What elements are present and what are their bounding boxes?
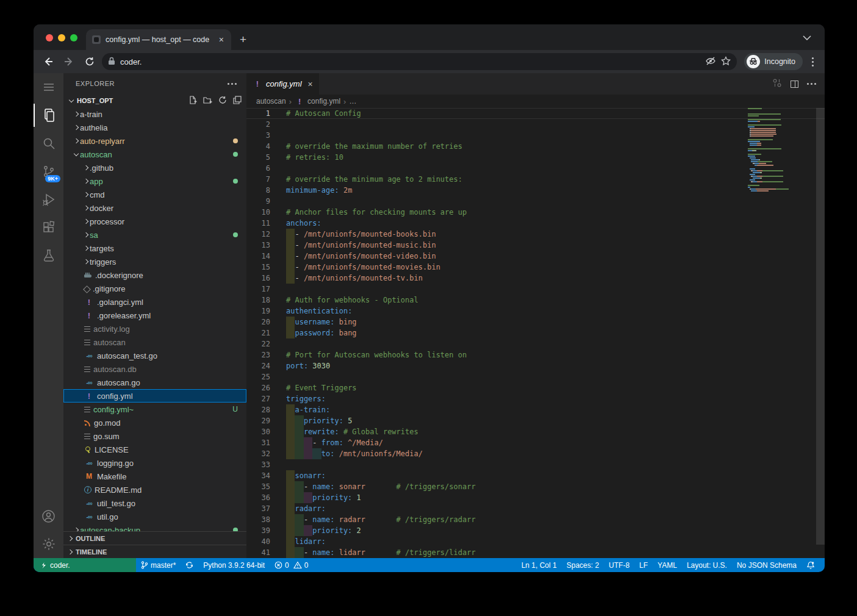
forward-button[interactable] — [60, 53, 77, 70]
code-line-11[interactable]: 11anchors: — [246, 218, 825, 229]
code-line-25[interactable]: 25 — [246, 371, 825, 382]
tree-item-util-go[interactable]: util.go — [63, 510, 246, 523]
tree-item-auto-replyarr[interactable]: auto-replyarr — [63, 134, 246, 148]
minimize-window-button[interactable] — [58, 34, 65, 41]
tree-item-processor[interactable]: processor — [63, 215, 246, 228]
tree-item-authelia[interactable]: authelia — [63, 121, 246, 134]
bookmark-star-icon[interactable] — [721, 56, 731, 68]
code-line-9[interactable]: 9 — [246, 196, 825, 207]
git-branch-status[interactable]: master* — [136, 561, 181, 570]
code-line-16[interactable]: 16- /mnt/unionfs/mounted-tv.bin — [246, 273, 825, 284]
code-line-37[interactable]: 37radarr: — [246, 503, 825, 514]
reload-button[interactable] — [81, 53, 98, 70]
tree-item-app[interactable]: app — [63, 174, 246, 188]
cursor-position-status[interactable]: Ln 1, Col 1 — [517, 561, 562, 570]
code-line-40[interactable]: 40lidarr: — [246, 536, 825, 547]
workspace-root-header[interactable]: HOST_OPT — [63, 94, 246, 107]
tab-search-chevron-icon[interactable] — [803, 32, 811, 43]
address-bar[interactable]: coder. — [102, 53, 737, 70]
json-schema-status[interactable]: No JSON Schema — [732, 561, 801, 570]
tree-item-go-mod[interactable]: go.mod — [63, 416, 246, 429]
tree-item--github[interactable]: .github — [63, 161, 246, 174]
timeline-section-header[interactable]: TIMELINE — [63, 545, 246, 558]
tree-item-a-train[interactable]: a-train — [63, 107, 246, 121]
tree-item--gitignore[interactable]: .gitignore — [63, 282, 246, 295]
settings-gear-button[interactable] — [34, 530, 63, 558]
close-window-button[interactable] — [46, 34, 53, 41]
tree-item-autoscan-test-go[interactable]: autoscan_test.go — [63, 349, 246, 362]
code-line-13[interactable]: 13- /mnt/unionfs/mounted-music.bin — [246, 240, 825, 251]
code-line-29[interactable]: 29priority: 5 — [246, 415, 825, 426]
tree-item-autoscan[interactable]: autoscan — [63, 335, 246, 349]
split-editor-button[interactable] — [791, 81, 798, 88]
search-view-button[interactable] — [34, 129, 63, 157]
new-folder-button[interactable] — [203, 96, 212, 106]
tree-item-targets[interactable]: targets — [63, 242, 246, 255]
code-line-23[interactable]: 23# Port for Autoscan webhooks to listen… — [246, 349, 825, 360]
code-line-10[interactable]: 10# Anchor files for checking mounts are… — [246, 207, 825, 218]
code-line-15[interactable]: 15- /mnt/unionfs/mounted-movies.bin — [246, 262, 825, 273]
code-line-7[interactable]: 7# override the minimum age to 2 minutes… — [246, 174, 825, 185]
url-text[interactable]: coder. — [120, 57, 700, 66]
testing-view-button[interactable] — [34, 242, 63, 270]
run-debug-view-button[interactable] — [34, 185, 63, 213]
tree-item--golangci-yml[interactable]: .golangci.yml — [63, 295, 246, 309]
eye-blocked-icon[interactable] — [705, 56, 716, 68]
code-line-17[interactable]: 17 — [246, 284, 825, 295]
code-line-12[interactable]: 12- /mnt/unionfs/mounted-books.bin — [246, 229, 825, 240]
tree-item-docker[interactable]: docker — [63, 201, 246, 215]
tree-item-license[interactable]: LICENSE — [63, 443, 246, 456]
code-line-28[interactable]: 28a-train: — [246, 404, 825, 415]
tree-item-cmd[interactable]: cmd — [63, 188, 246, 201]
breadcrumb-file[interactable]: config.yml — [307, 97, 340, 106]
tab-close-icon[interactable]: × — [218, 35, 225, 45]
code-line-2[interactable]: 2 — [246, 119, 825, 130]
explorer-more-actions-button[interactable] — [228, 83, 237, 85]
editor-scrollbar[interactable] — [816, 108, 825, 545]
language-mode-status[interactable]: YAML — [653, 561, 682, 570]
tree-item-config-yml[interactable]: config.yml — [63, 389, 246, 403]
tree-item-go-sum[interactable]: go.sum — [63, 429, 246, 443]
collapse-folders-button[interactable] — [233, 96, 242, 106]
code-line-35[interactable]: 35- name: sonarr # /triggers/sonarr — [246, 481, 825, 492]
code-line-18[interactable]: 18# Auth for webhooks - Optional — [246, 295, 825, 306]
tree-item-activity-log[interactable]: activity.log — [63, 322, 246, 335]
code-line-26[interactable]: 26# Event Triggers — [246, 382, 825, 393]
code-line-31[interactable]: 31- from: ^/Media/ — [246, 437, 825, 448]
tree-item-autoscan-backup[interactable]: autoscan-backup — [63, 523, 246, 531]
code-line-5[interactable]: 5# retries: 10 — [246, 152, 825, 163]
problems-status[interactable]: 0 0 — [270, 561, 313, 570]
tree-item-autoscan-db[interactable]: autoscan.db — [63, 362, 246, 376]
code-line-30[interactable]: 30rewrite: # Global rewrites — [246, 426, 825, 437]
zoom-window-button[interactable] — [70, 34, 77, 41]
eol-status[interactable]: LF — [634, 561, 653, 570]
minimap[interactable] — [748, 108, 793, 192]
code-line-33[interactable]: 33 — [246, 459, 825, 470]
code-line-41[interactable]: 41- name: lidarr # /triggers/lidarr — [246, 547, 825, 558]
code-line-21[interactable]: 21password: bang — [246, 328, 825, 338]
tree-item-readme-md[interactable]: README.md — [63, 483, 246, 496]
indentation-status[interactable]: Spaces: 2 — [562, 561, 604, 570]
tree-item-util-test-go[interactable]: util_test.go — [63, 496, 246, 510]
code-line-27[interactable]: 27triggers: — [246, 393, 825, 404]
code-line-38[interactable]: 38- name: radarr # /triggers/radarr — [246, 514, 825, 525]
editor-more-actions-button[interactable] — [807, 83, 816, 85]
code-line-14[interactable]: 14- /mnt/unionfs/mounted-video.bin — [246, 251, 825, 262]
notifications-bell-button[interactable] — [801, 561, 820, 570]
accounts-button[interactable] — [34, 502, 63, 530]
breadcrumb-more[interactable]: … — [349, 97, 356, 106]
code-line-34[interactable]: 34sonarr: — [246, 470, 825, 481]
extensions-view-button[interactable] — [34, 213, 63, 242]
code-line-1[interactable]: 1# Autoscan Config — [246, 108, 825, 119]
keyboard-layout-status[interactable]: Layout: U.S. — [682, 561, 732, 570]
editor-tab-configyml[interactable]: config.yml × — [246, 73, 319, 95]
tree-item-autoscan[interactable]: autoscan — [63, 148, 246, 161]
code-line-4[interactable]: 4# override the maximum number of retrie… — [246, 141, 825, 152]
code-line-6[interactable]: 6 — [246, 163, 825, 174]
new-tab-button[interactable]: + — [231, 33, 255, 50]
code-line-36[interactable]: 36priority: 1 — [246, 492, 825, 503]
code-editor[interactable]: 1# Autoscan Config234# override the maxi… — [246, 108, 825, 558]
new-file-button[interactable] — [188, 96, 197, 106]
browser-tab[interactable]: config.yml — host_opt — code × — [86, 29, 231, 50]
tree-item-logging-go[interactable]: logging.go — [63, 456, 246, 470]
